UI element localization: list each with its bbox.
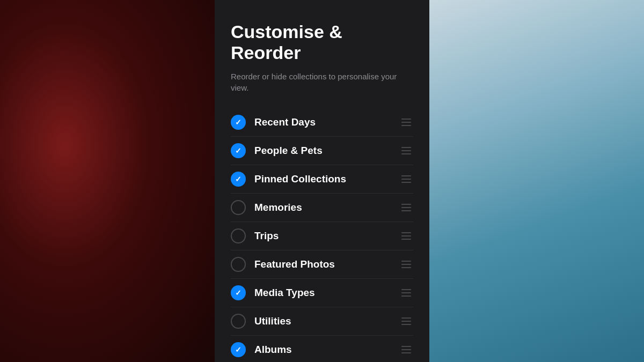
item-label-trips: Trips xyxy=(254,230,399,242)
checkmark-icon: ✓ xyxy=(235,119,241,126)
checkmark-icon: ✓ xyxy=(235,289,241,297)
panel-title: Customise &Reorder xyxy=(231,21,413,63)
drag-handle-line xyxy=(401,235,411,237)
list-item-people-pets[interactable]: ✓People & Pets xyxy=(231,137,413,165)
drag-handle-pinned-collections[interactable] xyxy=(399,173,413,185)
drag-handle-line xyxy=(401,182,411,183)
item-label-people-pets: People & Pets xyxy=(254,145,399,157)
drag-handle-line xyxy=(401,264,411,265)
drag-handle-line xyxy=(401,210,411,211)
list-item-recent-days[interactable]: ✓Recent Days xyxy=(231,108,413,137)
right-background xyxy=(429,0,644,362)
drag-handle-line xyxy=(401,147,411,148)
drag-handle-line xyxy=(401,125,411,126)
checkmark-icon: ✓ xyxy=(235,147,241,154)
list-item-media-types[interactable]: ✓Media Types xyxy=(231,279,413,307)
checkbox-trips[interactable] xyxy=(231,228,246,243)
left-background xyxy=(0,0,215,362)
drag-handle-media-types[interactable] xyxy=(399,287,413,299)
list-item-featured-photos[interactable]: Featured Photos xyxy=(231,250,413,279)
drag-handle-line xyxy=(401,267,411,268)
drag-handle-line xyxy=(401,349,411,350)
checkbox-media-types[interactable]: ✓ xyxy=(231,285,246,300)
drag-handle-line xyxy=(401,150,411,151)
checkbox-albums[interactable]: ✓ xyxy=(231,342,246,357)
drag-handle-line xyxy=(401,295,411,297)
customise-reorder-panel: Customise &Reorder Reorder or hide colle… xyxy=(215,0,429,362)
list-item-trips[interactable]: Trips xyxy=(231,222,413,250)
drag-handle-line xyxy=(401,346,411,347)
item-label-albums: Albums xyxy=(254,344,399,356)
drag-handle-utilities[interactable] xyxy=(399,315,413,327)
list-item-memories[interactable]: Memories xyxy=(231,194,413,222)
drag-handle-line xyxy=(401,352,411,353)
checkbox-recent-days[interactable]: ✓ xyxy=(231,115,246,130)
drag-handle-line xyxy=(401,324,411,325)
drag-handle-line xyxy=(401,175,411,176)
checkbox-people-pets[interactable]: ✓ xyxy=(231,143,246,158)
drag-handle-line xyxy=(401,292,411,293)
checkbox-featured-photos[interactable] xyxy=(231,257,246,272)
drag-handle-line xyxy=(401,204,411,205)
item-label-pinned-collections: Pinned Collections xyxy=(254,173,399,185)
drag-handle-recent-days[interactable] xyxy=(399,116,413,128)
list-item-albums[interactable]: ✓Albums xyxy=(231,336,413,362)
drag-handle-line xyxy=(401,261,411,262)
drag-handle-line xyxy=(401,317,411,319)
drag-handle-line xyxy=(401,207,411,208)
item-label-media-types: Media Types xyxy=(254,287,399,299)
items-list: ✓Recent Days✓People & Pets✓Pinned Collec… xyxy=(231,108,413,362)
checkbox-utilities[interactable] xyxy=(231,314,246,329)
panel-subtitle: Reorder or hide collections to personali… xyxy=(231,71,413,93)
item-label-featured-photos: Featured Photos xyxy=(254,258,399,270)
checkmark-icon: ✓ xyxy=(235,175,241,183)
list-item-utilities[interactable]: Utilities xyxy=(231,307,413,336)
item-label-utilities: Utilities xyxy=(254,315,399,327)
drag-handle-line xyxy=(401,153,411,154)
item-label-memories: Memories xyxy=(254,202,399,213)
drag-handle-line xyxy=(401,321,411,322)
checkbox-pinned-collections[interactable]: ✓ xyxy=(231,172,246,187)
drag-handle-line xyxy=(401,179,411,180)
drag-handle-line xyxy=(401,122,411,123)
drag-handle-albums[interactable] xyxy=(399,344,413,356)
drag-handle-featured-photos[interactable] xyxy=(399,258,413,270)
drag-handle-trips[interactable] xyxy=(399,230,413,242)
drag-handle-line xyxy=(401,232,411,233)
drag-handle-people-pets[interactable] xyxy=(399,145,413,157)
item-label-recent-days: Recent Days xyxy=(254,116,399,128)
drag-handle-memories[interactable] xyxy=(399,202,413,213)
list-item-pinned-collections[interactable]: ✓Pinned Collections xyxy=(231,165,413,194)
drag-handle-line xyxy=(401,289,411,290)
checkbox-memories[interactable] xyxy=(231,200,246,215)
checkmark-icon: ✓ xyxy=(235,346,241,353)
drag-handle-line xyxy=(401,119,411,120)
drag-handle-line xyxy=(401,239,411,240)
